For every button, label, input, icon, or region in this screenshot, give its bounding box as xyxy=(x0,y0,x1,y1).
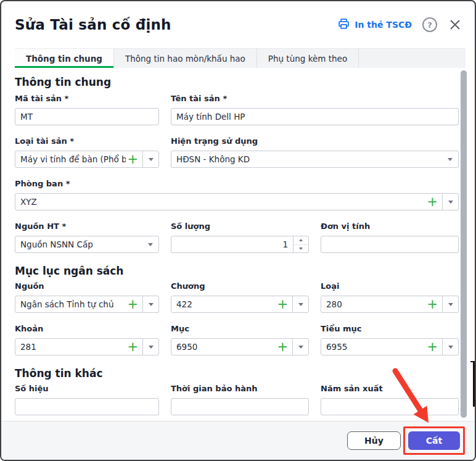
tab-1[interactable]: Thông tin chung xyxy=(15,49,114,68)
budget-clause-input[interactable]: 281+ xyxy=(15,338,159,355)
cancel-button[interactable]: Hủy xyxy=(347,431,401,450)
close-icon[interactable] xyxy=(448,17,462,32)
field-budget-chapter: Chương422+ xyxy=(171,281,309,313)
add-icon[interactable]: + xyxy=(126,151,142,167)
header-actions: In thẻ TSCĐ ? xyxy=(337,17,462,33)
section-title: Thông tin chung xyxy=(15,75,459,89)
asset-code-input[interactable]: MT xyxy=(15,108,159,125)
add-icon[interactable]: + xyxy=(425,194,442,210)
field-asset-type: Loại tài sản *Máy vi tính để bàn (Phổ bi… xyxy=(15,136,159,168)
field-value xyxy=(321,236,458,252)
field-funding-source: Nguồn HT *Nguồn NSNN Cấp xyxy=(15,222,159,253)
form-row: Số hiệuThời gian bảo hànhNăm sản xuất xyxy=(15,384,459,415)
chevron-down-icon xyxy=(149,158,154,161)
budget-chapter-input[interactable]: 422+ xyxy=(171,296,309,313)
field-label: Năm sản xuất xyxy=(321,384,459,394)
field-label: Thời gian bảo hành xyxy=(171,384,309,394)
add-icon[interactable]: + xyxy=(425,296,442,312)
field-value: XYZ xyxy=(15,194,425,210)
field-budget-item: Mục6950+ xyxy=(171,324,309,355)
dropdown-button[interactable] xyxy=(442,151,458,167)
vertical-scrollbar[interactable] xyxy=(461,70,467,418)
field-value xyxy=(321,399,458,415)
warranty-period-input[interactable] xyxy=(171,398,309,415)
field-label: Đơn vị tính xyxy=(321,222,459,231)
field-value xyxy=(15,399,158,415)
form-row: Nguồn HT *Nguồn NSNN CấpSố lượng1Đơn vị … xyxy=(15,222,459,253)
form-row: NguồnNgân sách Tỉnh tự chủ+Chương422+Loạ… xyxy=(15,281,459,313)
add-icon[interactable]: + xyxy=(126,296,142,312)
stepper-up-button[interactable] xyxy=(293,236,308,245)
field-value: 422 xyxy=(171,296,276,312)
tab-bar: Thông tin chungThông tin hao mòn/khấu ha… xyxy=(15,48,466,68)
chevron-down-icon xyxy=(448,201,453,204)
dropdown-button[interactable] xyxy=(442,194,458,210)
chevron-down-icon xyxy=(448,303,453,306)
dropdown-button[interactable] xyxy=(142,339,158,355)
field-value: 280 xyxy=(321,296,425,312)
unit-input[interactable] xyxy=(321,236,459,253)
field-label: Nguồn HT * xyxy=(15,222,159,231)
add-icon[interactable]: + xyxy=(276,339,292,355)
field-label: Loại xyxy=(321,281,459,291)
dropdown-button[interactable] xyxy=(442,339,458,355)
dropdown-button[interactable] xyxy=(292,296,308,312)
add-icon[interactable]: + xyxy=(126,339,142,355)
tab-2[interactable]: Thông tin hao mòn/khấu hao xyxy=(114,49,257,68)
field-budget-clause: Khoản281+ xyxy=(15,324,159,355)
funding-source-input[interactable]: Nguồn NSNN Cấp xyxy=(15,236,159,253)
dropdown-button[interactable] xyxy=(142,236,158,252)
add-icon[interactable]: + xyxy=(276,296,292,312)
field-value: Máy vi tính để bàn (Phổ bi xyxy=(15,151,126,167)
help-icon[interactable]: ? xyxy=(422,17,437,32)
print-asset-card-button[interactable]: In thẻ TSCĐ xyxy=(337,17,412,33)
section-title: Thông tin khác xyxy=(15,367,459,380)
field-label: Số hiệu xyxy=(15,384,159,394)
field-budget-category: Loại280+ xyxy=(321,281,459,313)
field-value: HĐSN - Không KD xyxy=(171,151,442,167)
print-label: In thẻ TSCĐ xyxy=(355,20,412,30)
section-title: Mục lục ngân sách xyxy=(15,264,459,278)
asset-type-input[interactable]: Máy vi tính để bàn (Phổ bi+ xyxy=(15,151,159,168)
serial-number-input[interactable] xyxy=(15,398,159,415)
asset-name-input[interactable]: Máy tính Dell HP xyxy=(171,108,459,125)
chevron-down-icon xyxy=(298,346,303,349)
budget-source-input[interactable]: Ngân sách Tỉnh tự chủ+ xyxy=(15,296,159,313)
dialog-header: Sửa Tài sản cố định In thẻ TSCĐ ? xyxy=(1,1,475,48)
dropdown-button[interactable] xyxy=(142,296,158,312)
quantity-input[interactable]: 1 xyxy=(171,236,309,253)
budget-category-input[interactable]: 280+ xyxy=(321,296,459,313)
field-value: 1 xyxy=(171,236,293,252)
usage-status-input[interactable]: HĐSN - Không KD xyxy=(171,151,459,168)
dropdown-button[interactable] xyxy=(292,339,308,355)
dropdown-button[interactable] xyxy=(142,151,158,167)
field-value: 281 xyxy=(15,339,126,355)
stepper-down-button[interactable] xyxy=(293,245,308,253)
chevron-down-icon xyxy=(448,346,453,349)
tab-3[interactable]: Phụ tùng kèm theo xyxy=(257,49,359,68)
form-row: Loại tài sản *Máy vi tính để bàn (Phổ bi… xyxy=(15,136,459,168)
budget-subitem-input[interactable]: 6955+ xyxy=(321,338,459,355)
field-value: 6955 xyxy=(321,339,425,355)
field-value xyxy=(171,399,308,415)
add-icon[interactable]: + xyxy=(425,339,442,355)
field-label: Hiện trạng sử dụng xyxy=(171,136,459,146)
field-value: MT xyxy=(15,109,158,125)
chevron-down-icon xyxy=(298,303,303,306)
manufacture-year-input[interactable] xyxy=(321,398,459,415)
field-label: Tên tài sản * xyxy=(171,94,459,104)
field-label: Nguồn xyxy=(15,281,159,291)
department-input[interactable]: XYZ+ xyxy=(15,193,459,210)
field-asset-code: Mã tài sản *MT xyxy=(15,94,159,125)
field-value: Ngân sách Tỉnh tự chủ xyxy=(15,296,126,312)
field-asset-name: Tên tài sản *Máy tính Dell HP xyxy=(171,94,459,125)
dialog-title: Sửa Tài sản cố định xyxy=(15,17,171,33)
dropdown-button[interactable] xyxy=(442,296,458,312)
chevron-down-icon xyxy=(149,303,154,306)
save-button[interactable]: Cất xyxy=(408,431,460,450)
budget-item-input[interactable]: 6950+ xyxy=(171,338,309,355)
field-label: Khoản xyxy=(15,324,159,334)
triangle-up-icon xyxy=(299,239,303,241)
field-quantity: Số lượng1 xyxy=(171,222,309,253)
form-row: Mã tài sản *MTTên tài sản *Máy tính Dell… xyxy=(15,94,459,125)
